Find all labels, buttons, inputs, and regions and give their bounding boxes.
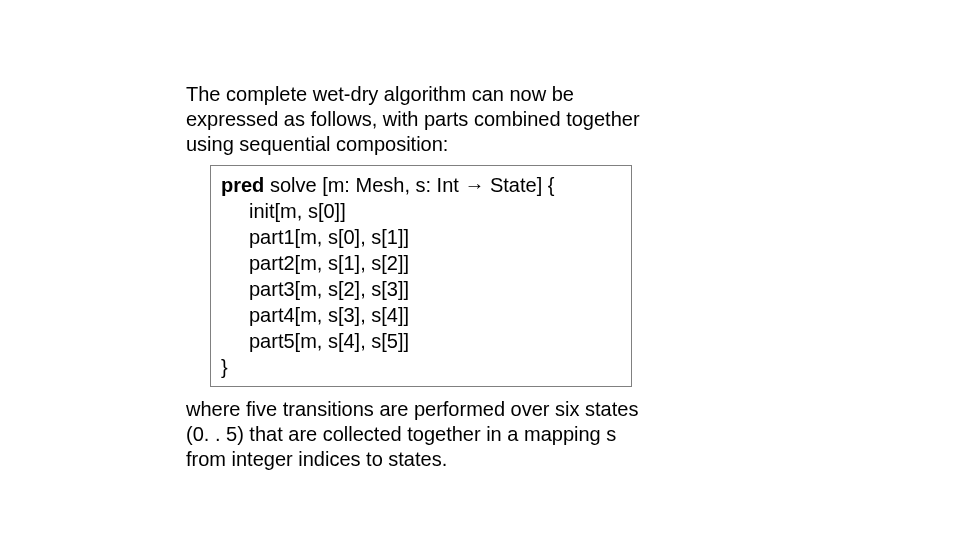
- code-text: part5[m, s[4], s[5]]: [221, 328, 409, 354]
- keyword-pred: pred: [221, 174, 264, 196]
- code-line: part4[m, s[3], s[4]]: [221, 302, 621, 328]
- code-text: part1[m, s[0], s[1]]: [221, 224, 409, 250]
- code-line: part1[m, s[0], s[1]]: [221, 224, 621, 250]
- intro-paragraph: The complete wet-dry algorithm can now b…: [186, 82, 656, 157]
- code-line: init[m, s[0]]: [221, 198, 621, 224]
- code-text: part4[m, s[3], s[4]]: [221, 302, 409, 328]
- outro-paragraph: where five transitions are performed ove…: [186, 397, 656, 472]
- slide: The complete wet-dry algorithm can now b…: [0, 0, 960, 540]
- code-line: part3[m, s[2], s[3]]: [221, 276, 621, 302]
- content-block: The complete wet-dry algorithm can now b…: [186, 82, 656, 472]
- code-text: init[m, s[0]]: [221, 198, 346, 224]
- code-line: part5[m, s[4], s[5]]: [221, 328, 621, 354]
- code-line: part2[m, s[1], s[2]]: [221, 250, 621, 276]
- code-text: part2[m, s[1], s[2]]: [221, 250, 409, 276]
- code-signature: pred solve [m: Mesh, s: Int → State] {: [221, 172, 621, 198]
- code-close: }: [221, 354, 621, 380]
- code-text: part3[m, s[2], s[3]]: [221, 276, 409, 302]
- signature-text: solve [m: Mesh, s: Int → State] {: [264, 174, 554, 196]
- code-box: pred solve [m: Mesh, s: Int → State] { i…: [210, 165, 632, 387]
